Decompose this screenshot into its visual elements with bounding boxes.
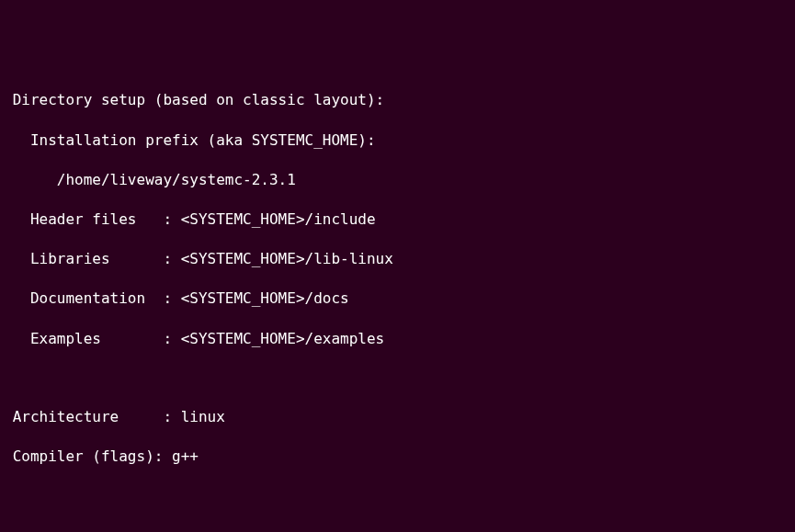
- examples-row: Examples : <SYSTEMC_HOME>/examples: [0, 329, 795, 349]
- documentation-row: Documentation : <SYSTEMC_HOME>/docs: [0, 289, 795, 309]
- architecture-row: Architecture : linux: [0, 407, 795, 427]
- installation-prefix-path: /home/liveway/systemc-2.3.1: [0, 170, 795, 190]
- header-files-row: Header files : <SYSTEMC_HOME>/include: [0, 209, 795, 230]
- blank-line: [0, 526, 795, 532]
- libraries-row: Libraries : <SYSTEMC_HOME>/lib-linux: [0, 249, 795, 269]
- compiler-flags-row: Compiler (flags): g++: [0, 447, 795, 467]
- blank-line: [0, 368, 795, 388]
- installation-prefix-label: Installation prefix (aka SYSTEMC_HOME):: [0, 130, 795, 151]
- blank-line: [0, 487, 795, 506]
- directory-setup-header: Directory setup (based on classic layout…: [0, 90, 795, 110]
